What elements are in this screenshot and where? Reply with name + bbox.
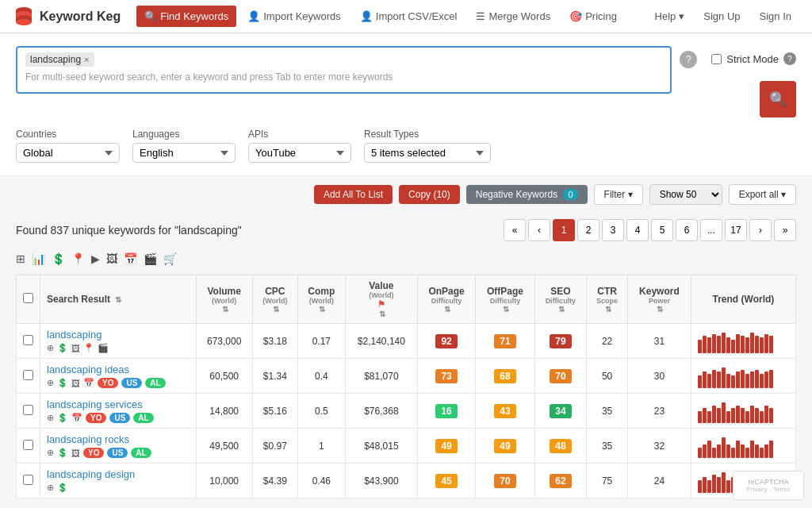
row-icon-copy[interactable]: ⊕ (47, 378, 54, 388)
results-section: Found 837 unique keywords for "landscapi… (0, 213, 812, 505)
nav-signin[interactable]: Sign In (752, 6, 799, 27)
negative-keywords-button[interactable]: Negative Keywords 0 (466, 185, 588, 204)
keyword-link-1[interactable]: landscaping ideas (47, 364, 129, 375)
page-btn-1[interactable]: ‹ (528, 219, 550, 241)
apis-select[interactable]: YouTube Google (248, 143, 351, 163)
strict-mode-help-icon[interactable]: ? (783, 52, 796, 65)
trend-bar (736, 406, 740, 423)
result-types-select[interactable]: 5 items selected (364, 143, 491, 163)
nav-merge-words[interactable]: ☰ Merge Words (468, 6, 558, 27)
keyword-link-2[interactable]: landscaping services (47, 398, 143, 410)
th-onpage-sort-icon[interactable]: ⇅ (444, 305, 450, 314)
th-comp-sort-icon[interactable]: ⇅ (319, 305, 325, 314)
row-icon-copy[interactable]: ⊕ (47, 448, 54, 458)
page-btn-0[interactable]: « (504, 219, 526, 241)
cell-trend-1 (691, 359, 795, 394)
select-all-checkbox[interactable] (23, 293, 33, 303)
nav-help[interactable]: Help ▾ (647, 6, 693, 27)
page-btn-11[interactable]: » (774, 219, 796, 241)
video-icon[interactable]: 🎬 (144, 252, 157, 265)
row-checkbox-4[interactable] (23, 475, 33, 485)
row-icon-dollar[interactable]: 💲 (57, 343, 68, 353)
th-seo-label: SEO (550, 286, 570, 297)
page-btn-4[interactable]: 3 (602, 219, 624, 241)
shopping-icon[interactable]: 🛒 (163, 252, 177, 265)
th-offpage-sort-icon[interactable]: ⇅ (503, 305, 509, 314)
row-icon-dollar[interactable]: 💲 (57, 448, 68, 458)
copy-button[interactable]: Copy (10) (399, 185, 460, 204)
trend-bar (698, 411, 702, 423)
th-power-sort-icon[interactable]: ⇅ (657, 305, 663, 314)
keyword-link-0[interactable]: landscaping (47, 329, 102, 341)
countries-filter: Countries Global United States United Ki… (16, 129, 120, 163)
brand-logo[interactable]: Keyword Keg (13, 6, 121, 28)
page-btn-8[interactable]: ... (700, 219, 722, 241)
nav-pricing[interactable]: 🎯 Pricing (561, 6, 625, 27)
table-icon[interactable]: ⊞ (16, 252, 25, 265)
dollar-icon[interactable]: 💲 (52, 252, 65, 265)
calendar-icon[interactable]: 📅 (124, 252, 137, 265)
nav-find-keywords[interactable]: 🔍 Find Keywords (136, 6, 236, 27)
keyword-link-4[interactable]: landscaping design (47, 468, 135, 480)
add-all-button[interactable]: Add All To List (314, 185, 393, 204)
row-checkbox-0[interactable] (23, 335, 33, 345)
page-btn-2[interactable]: 1 (553, 219, 575, 241)
tag-close-icon[interactable]: × (84, 55, 89, 64)
nav-import-csv[interactable]: 👤 Import CSV/Excel (352, 6, 465, 27)
row-icon-dollar[interactable]: 💲 (57, 483, 68, 493)
countries-select[interactable]: Global United States United Kingdom (16, 143, 120, 163)
page-btn-6[interactable]: 5 (651, 219, 673, 241)
keyword-link-3[interactable]: landscaping rocks (47, 433, 129, 445)
location-icon[interactable]: 📍 (71, 252, 85, 265)
export-button[interactable]: Export all ▾ (729, 184, 796, 205)
search-button[interactable]: 🔍 (760, 81, 796, 117)
search-help-button[interactable]: ? (680, 51, 697, 68)
youtube-icon[interactable]: ▶ (91, 252, 100, 265)
filter-button[interactable]: Filter ▾ (594, 184, 643, 205)
onpage-badge-0: 92 (435, 334, 457, 348)
seo-badge-3: 48 (550, 439, 571, 453)
row-checkbox-3[interactable] (23, 440, 33, 450)
th-ctr-sort-icon[interactable]: ⇅ (605, 305, 611, 314)
row-checkbox-1[interactable] (23, 370, 33, 380)
languages-select[interactable]: English Spanish (132, 143, 236, 163)
row-icon-dollar[interactable]: 💲 (57, 378, 68, 388)
page-btn-10[interactable]: › (749, 219, 772, 241)
row-icon-copy[interactable]: ⊕ (47, 343, 54, 353)
row-icon-video[interactable]: 🎬 (98, 343, 109, 353)
search-box[interactable]: landscaping × For multi-seed keyword sea… (16, 46, 672, 94)
trend-bar (760, 374, 764, 388)
show-select[interactable]: Show 50 Show 100 (649, 184, 722, 205)
row-icon-copy[interactable]: ⊕ (47, 413, 54, 423)
th-volume: Volume(World)⇅ (196, 275, 252, 324)
row-icon-calendar[interactable]: 📅 (83, 378, 94, 388)
row-icon-location[interactable]: 📍 (83, 343, 94, 353)
th-seo-sort-icon[interactable]: ⇅ (558, 305, 565, 314)
row-icon-copy[interactable]: ⊕ (47, 483, 54, 493)
page-btn-9[interactable]: 17 (725, 219, 747, 241)
cell-power-4: 24 (628, 464, 691, 498)
bar-chart-icon[interactable]: 📊 (32, 252, 45, 265)
row-checkbox-2[interactable] (23, 405, 33, 415)
trend-bar (750, 333, 754, 353)
onpage-badge-1: 73 (435, 369, 457, 383)
cell-value-3: $48,015 (345, 429, 417, 464)
page-btn-5[interactable]: 4 (626, 219, 649, 241)
th-value-sort-icon[interactable]: ⇅ (379, 310, 385, 318)
export-chevron-icon: ▾ (781, 189, 786, 200)
th-search-result-sort-icon[interactable]: ⇅ (115, 295, 121, 304)
nav-signup[interactable]: Sign Up (695, 6, 748, 27)
nav-import-keywords[interactable]: 👤 Import Keywords (239, 6, 349, 27)
th-cpc-sort-icon[interactable]: ⇅ (273, 305, 279, 314)
image-icon[interactable]: 🖼 (106, 252, 117, 265)
page-btn-3[interactable]: 2 (577, 219, 599, 241)
row-icon-dollar[interactable]: 💲 (57, 413, 68, 423)
row-icon-image[interactable]: 🖼 (71, 379, 80, 388)
th-volume-sort-icon[interactable]: ⇅ (222, 305, 228, 314)
row-icon-image[interactable]: 🖼 (71, 448, 80, 458)
strict-mode-checkbox[interactable] (711, 54, 722, 64)
row-icon-image[interactable]: 🖼 (71, 344, 80, 353)
page-btn-7[interactable]: 6 (676, 219, 698, 241)
row-icon-calendar[interactable]: 📅 (71, 413, 82, 423)
cell-value-0: $2,140,140 (345, 324, 417, 359)
